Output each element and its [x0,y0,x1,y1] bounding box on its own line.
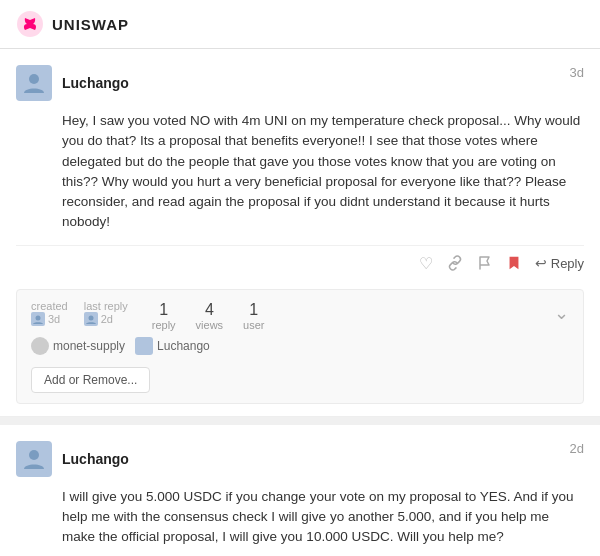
footer-left: created 3d last reply 2d [31,300,554,393]
uniswap-logo [16,10,44,38]
app-title: UNISWAP [52,16,129,33]
post-1: Luchango 3d Hey, I saw you voted NO with… [0,49,600,417]
created-label: created [31,300,68,312]
svg-point-6 [88,315,93,320]
created-time: 3d [48,313,60,325]
post-2: Luchango 2d I will give you 5.000 USDC i… [0,425,600,556]
users-count: 1 user [243,300,264,331]
avatar-1 [16,65,52,101]
post-container-2: Luchango 2d I will give you 5.000 USDC i… [0,425,600,556]
svg-point-4 [36,315,41,320]
views-count: 4 views [196,300,224,331]
participant-avatar-2 [135,337,153,355]
avatar-2 [16,441,52,477]
add-remove-button[interactable]: Add or Remove... [31,367,150,393]
created-stat: created 3d [31,300,68,326]
like-icon[interactable]: ♡ [419,254,433,273]
reply-count: 1 reply [152,300,176,331]
last-reply-time-row: 2d [84,312,128,326]
post-2-body: I will give you 5.000 USDC if you change… [16,487,584,548]
last-reply-label: last reply [84,300,128,312]
svg-point-8 [29,450,39,460]
bookmark-icon[interactable] [507,255,521,271]
post-1-time: 3d [570,65,584,80]
reply-button-1[interactable]: ↩ Reply [535,255,584,271]
post-container-1: Luchango 3d Hey, I saw you voted NO with… [0,49,600,417]
flag-icon[interactable] [477,255,493,271]
footer-participants: monet-supply Luchango [31,337,554,355]
footer-row: created 3d last reply 2d [31,300,569,393]
participant-luchango: Luchango [135,337,210,355]
post-2-header: Luchango 2d [16,441,584,477]
section-divider [0,417,600,425]
participant-avatar-1 [31,337,49,355]
last-reply-stat: last reply 2d [84,300,128,326]
post-1-header: Luchango 3d [16,65,584,101]
post-2-time: 2d [570,441,584,456]
participant-name-2: Luchango [157,339,210,353]
post-1-username: Luchango [62,75,129,91]
created-time-row: 3d [31,312,68,326]
svg-point-2 [29,74,39,84]
participant-name-1: monet-supply [53,339,125,353]
post-1-actions: ♡ ↩ Reply [16,245,584,281]
participant-monet-supply: monet-supply [31,337,125,355]
reply-arrow-icon: ↩ [535,255,547,271]
app-header: UNISWAP [0,0,600,49]
post-1-body: Hey, I saw you voted NO with 4m UNI on m… [16,111,584,233]
post-2-username: Luchango [62,451,129,467]
link-icon[interactable] [447,255,463,271]
last-reply-time: 2d [101,313,113,325]
post-1-footer: created 3d last reply 2d [16,289,584,404]
collapse-button[interactable]: ⌄ [554,300,569,324]
